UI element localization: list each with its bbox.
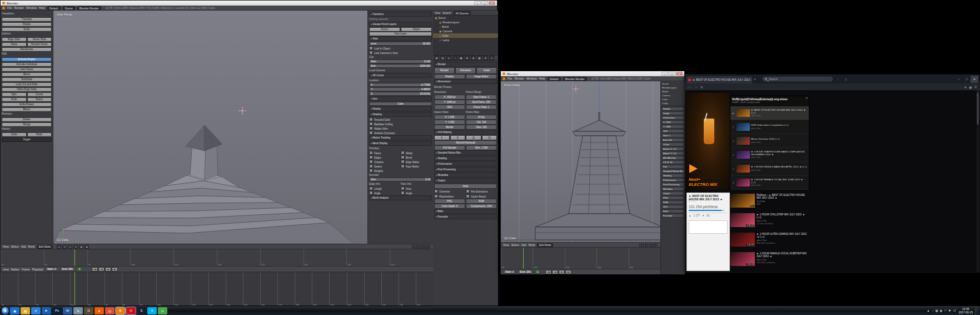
frame-start-field[interactable]: Start: 1: [45, 267, 58, 271]
timeline-menu-item[interactable]: Frame: [22, 268, 29, 271]
timeline-ruler[interactable]: 255075100125150175200225250: [1, 249, 433, 266]
minimize-button[interactable]: –: [955, 76, 963, 83]
properties-row[interactable]: Output: [434, 178, 497, 183]
start-button[interactable]: ❖: [2, 307, 9, 314]
viewport-menu-item[interactable]: Select: [511, 243, 519, 247]
channel-name[interactable]: athic Choi: [751, 127, 808, 130]
properties-tab-icon[interactable]: ▦: [477, 56, 482, 60]
properties-field[interactable]: 5: [434, 135, 450, 140]
video-thumbnail[interactable]: [737, 165, 750, 173]
properties-field[interactable]: Cache Result: [466, 194, 497, 198]
properties-row[interactable]: 5 8 11 16: [434, 135, 497, 140]
properties-field[interactable]: Full: [661, 165, 684, 169]
properties-row[interactable]: Y: 1080 px End Frame: 250: [434, 100, 497, 104]
viewport-menu-item[interactable]: Select: [11, 245, 19, 248]
n-panel-row[interactable]: Textured Solid: [369, 117, 432, 121]
timeline-playhead[interactable]: [523, 248, 524, 269]
viewport-menu-item[interactable]: Add: [21, 245, 26, 248]
menu-icon[interactable]: ≡: [974, 85, 977, 89]
n-panel-row[interactable]: X: 0.77959: [369, 83, 432, 87]
video-title[interactable]: ► 1 HOUR TRAP/FUTURE BASS COMPILATION DE…: [751, 151, 808, 156]
n-panel-row[interactable]: Seams Face Marks: [369, 164, 432, 168]
properties-field[interactable]: Mitchell-Netravali: [434, 140, 497, 145]
viewport-header-icon[interactable]: ▼: [62, 245, 67, 249]
viewport-menu-item[interactable]: Mesh: [28, 245, 35, 248]
n-panel-row[interactable]: Weights: [369, 169, 432, 173]
related-video-item[interactable]: 1:01:24 ► 1 HOUR FEMALE VOCAL DUBSTEP MI…: [730, 251, 809, 270]
tool-button[interactable]: Subdivide: [2, 77, 52, 82]
properties-row[interactable]: Sampled Motion Blur: [434, 150, 497, 155]
taskbar-app-icon[interactable]: W: [63, 307, 72, 314]
properties-row[interactable]: Freestyle: [434, 214, 497, 219]
maximize-button[interactable]: □: [963, 76, 971, 83]
show-desktop-button[interactable]: [975, 307, 978, 315]
n-panel-row[interactable]: Cube: [369, 102, 432, 106]
properties-row[interactable]: Color Depth: 8 Compression: 15%: [434, 204, 497, 208]
properties-field[interactable]: Sampled Motion Blur: [661, 169, 684, 173]
properties-field[interactable]: 50%: [434, 105, 465, 110]
playlist-item[interactable]: 4 ► 1 HOUR TRAP/FUTURE BASS COMPILATION …: [730, 148, 809, 162]
properties-field[interactable]: Frame Step: 1: [466, 105, 497, 110]
properties-field[interactable]: X: 1920 px: [434, 95, 465, 100]
menu-item[interactable]: Help: [539, 77, 545, 80]
maximize-button[interactable]: □: [669, 72, 675, 76]
current-frame-field[interactable]: 1: [77, 267, 83, 271]
video-thumbnail[interactable]: [737, 179, 750, 186]
close-button[interactable]: ×: [489, 1, 495, 5]
properties-field[interactable]: Aspect Y: 1.0: [661, 151, 684, 155]
minimize-button[interactable]: –: [474, 1, 481, 5]
tool-button[interactable]: Merge: [2, 122, 52, 127]
video-title[interactable]: ► 1 HOUR ULTRA GAMING MIX JULY 2013 ◄ (♪…: [757, 233, 809, 238]
n-panel-row[interactable]: Size: 0.10: [369, 178, 432, 181]
reload-icon[interactable]: ↻: [700, 85, 703, 89]
timeline-menu-item[interactable]: Playback: [32, 268, 43, 271]
taskbar-app-icon[interactable]: ◎: [105, 307, 115, 314]
tool-button[interactable]: Toggle: [2, 137, 52, 142]
properties-row[interactable]: Render: [434, 62, 497, 67]
tool-button[interactable]: Extrude Individual: [2, 62, 52, 67]
playback-button[interactable]: ▶: [559, 270, 565, 274]
properties-field[interactable]: Border: [434, 125, 465, 130]
viewport-menu-item[interactable]: View: [3, 245, 9, 248]
properties-row[interactable]: Metadata: [434, 173, 497, 178]
properties-field[interactable]: Anti-Aliasing: [436, 131, 451, 134]
taskbar-app-icon[interactable]: B: [116, 307, 125, 314]
taskbar-app-icon[interactable]: ►: [42, 307, 51, 314]
menu-item[interactable]: Render: [14, 6, 24, 9]
menu-item[interactable]: File: [7, 6, 12, 9]
viewport-menu-item[interactable]: View: [503, 243, 509, 247]
dropdown-icon[interactable]: ▾: [964, 85, 966, 89]
n-panel-row[interactable]: Hidden Wire: [369, 126, 432, 130]
properties-row[interactable]: Display: Image Editor: [434, 74, 497, 78]
viewport-header-icon[interactable]: ●: [57, 245, 61, 249]
video-thumbnail[interactable]: [737, 137, 750, 145]
tool-button[interactable]: Noise: [2, 42, 27, 47]
video-player[interactable]: Next+ ELECTRO MIX: [687, 93, 730, 190]
close-button[interactable]: ×: [676, 72, 683, 76]
video-thumbnail[interactable]: 1:05:29: [730, 233, 755, 247]
tray-icon[interactable]: ⚐: [944, 309, 947, 312]
properties-field[interactable]: Image Editor: [466, 74, 497, 79]
properties-field[interactable]: Aspect X: 1.0: [661, 147, 684, 151]
viewport-header-icon[interactable]: ◆: [84, 245, 89, 249]
tool-button[interactable]: Randomize: [2, 47, 52, 52]
n-panel-row[interactable]: Location:: [369, 78, 432, 82]
properties-tab-icon[interactable]: ❖: [483, 56, 488, 60]
properties-field[interactable]: /tmp\: [434, 184, 497, 189]
video-thumbnail[interactable]: [737, 151, 750, 159]
properties-field[interactable]: RGB: [661, 200, 684, 204]
properties-row[interactable]: /tmp\: [434, 184, 497, 188]
close-button[interactable]: ×: [971, 76, 978, 83]
3d-viewport-front[interactable]: Front Ortho (1) Cube: [501, 81, 660, 242]
properties-tab-icon[interactable]: ●: [446, 56, 451, 60]
outliner-item[interactable]: Cube: [661, 97, 685, 101]
properties-field[interactable]: PNG: [661, 196, 684, 200]
timeline-playhead-2[interactable]: [74, 272, 75, 306]
tool-button[interactable]: History:: [2, 127, 52, 132]
outliner-item[interactable]: △ Cube: [433, 33, 498, 38]
viewport-menu-item[interactable]: Add: [521, 243, 526, 247]
tool-button[interactable]: Redo: [27, 132, 52, 137]
n-panel-row[interactable]: Edge Info: Face Info:: [369, 182, 432, 186]
tool-button[interactable]: Extrude Region: [2, 57, 52, 62]
channel-name[interactable]: athic Choi: [751, 141, 808, 144]
